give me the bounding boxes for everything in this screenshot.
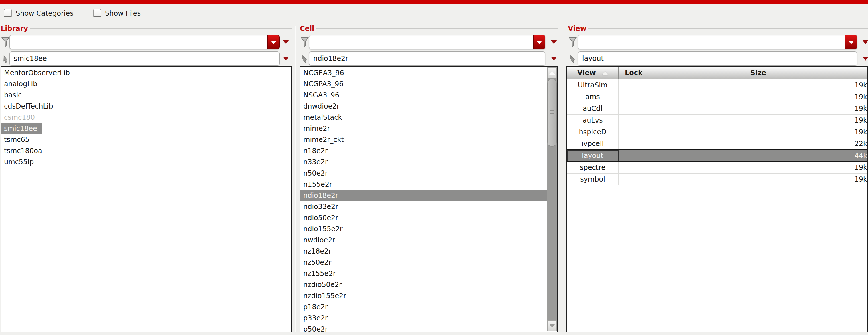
list-item[interactable]: NCGPA3_96 xyxy=(300,78,547,90)
library-name-field xyxy=(9,52,280,66)
size-cell[interactable]: 22k xyxy=(649,138,867,149)
list-item[interactable]: n155e2r xyxy=(300,179,547,190)
library-name-dropdown-icon[interactable] xyxy=(283,57,289,61)
view-filter-dropdown-button[interactable] xyxy=(845,35,857,49)
list-item[interactable]: n18e2r xyxy=(300,145,547,157)
table-row[interactable]: ams19k xyxy=(567,91,867,103)
list-item[interactable]: ndio50e2r xyxy=(300,212,547,224)
list-item[interactable]: MentorObserverLib xyxy=(1,67,291,78)
scroll-up-button[interactable] xyxy=(547,67,557,78)
cell-filter-dropdown-button[interactable] xyxy=(533,35,545,49)
lock-cell[interactable] xyxy=(619,126,649,138)
table-row[interactable]: symbol19k xyxy=(567,173,867,185)
size-column-header[interactable]: Size xyxy=(649,67,867,79)
lock-cell[interactable] xyxy=(619,150,649,161)
list-item[interactable]: p18e2r xyxy=(300,302,547,313)
cell-list-scrollbar[interactable] xyxy=(547,67,557,331)
lock-cell[interactable] xyxy=(619,138,649,149)
size-cell[interactable]: 19k xyxy=(649,114,867,126)
list-item[interactable]: ndio33e2r xyxy=(300,201,547,212)
lock-cell[interactable] xyxy=(619,79,649,91)
list-item[interactable]: ndio155e2r xyxy=(300,224,547,235)
table-row[interactable]: hspiceD19k xyxy=(567,126,867,138)
size-cell[interactable]: 44k xyxy=(649,150,867,161)
library-list-items: MentorObserverLibanalogLibbasiccdsDefTec… xyxy=(1,67,291,168)
scrollbar-thumb[interactable] xyxy=(547,79,557,147)
list-item[interactable]: p50e2r xyxy=(300,324,547,332)
view-filter-history-dropdown-icon[interactable] xyxy=(862,40,868,44)
view-cell[interactable]: spectre xyxy=(567,162,619,173)
size-cell[interactable]: 19k xyxy=(649,126,867,138)
cell-filter-input[interactable] xyxy=(309,35,545,49)
lock-cell[interactable] xyxy=(619,173,649,185)
table-row[interactable]: auCdl19k xyxy=(567,103,867,114)
list-item[interactable]: metalStack xyxy=(300,112,547,123)
view-cell[interactable]: UltraSim xyxy=(567,79,619,91)
list-item[interactable]: cdsDefTechLib xyxy=(1,101,291,112)
list-item[interactable]: nz50e2r xyxy=(300,257,547,268)
list-item[interactable]: smic18ee xyxy=(1,123,291,134)
view-cell[interactable]: hspiceD xyxy=(567,126,619,138)
list-item[interactable]: NCGEA3_96 xyxy=(300,67,547,78)
view-cell[interactable]: layout xyxy=(567,150,619,161)
show-categories-checkbox[interactable] xyxy=(4,9,12,18)
library-filter-dropdown-button[interactable] xyxy=(268,35,280,49)
library-name-input[interactable] xyxy=(10,52,279,65)
cell-name-dropdown-icon[interactable] xyxy=(551,57,557,61)
lock-cell[interactable] xyxy=(619,91,649,103)
library-filter-input[interactable] xyxy=(10,35,279,49)
list-item[interactable]: n50e2r xyxy=(300,168,547,179)
scroll-down-button[interactable] xyxy=(547,321,557,331)
list-item[interactable]: mime2r xyxy=(300,123,547,134)
list-item[interactable]: umc55lp xyxy=(1,157,291,168)
table-row[interactable]: UltraSim19k xyxy=(567,79,867,91)
library-filter-history-dropdown-icon[interactable] xyxy=(283,40,289,44)
size-cell[interactable]: 19k xyxy=(649,79,867,91)
size-cell[interactable]: 19k xyxy=(649,91,867,103)
cell-name-input[interactable] xyxy=(309,52,545,65)
lock-column-header[interactable]: Lock xyxy=(619,67,649,79)
list-item[interactable]: csmc180 xyxy=(1,112,291,123)
lock-cell[interactable] xyxy=(619,103,649,114)
list-item[interactable]: NSGA3_96 xyxy=(300,90,547,101)
view-cell[interactable]: symbol xyxy=(567,173,619,185)
size-cell[interactable]: 19k xyxy=(649,173,867,185)
table-row[interactable]: spectre19k xyxy=(567,162,867,173)
list-item[interactable]: tsmc65 xyxy=(1,134,291,145)
list-item[interactable]: basic xyxy=(1,90,291,101)
table-row[interactable]: ivpcell22k xyxy=(567,138,867,150)
list-item[interactable]: tsmc180oa xyxy=(1,145,291,157)
list-item[interactable]: n33e2r xyxy=(300,157,547,168)
list-item[interactable]: dnwdioe2r xyxy=(300,101,547,112)
view-filter-input[interactable] xyxy=(578,35,857,49)
view-name-dropdown-icon[interactable] xyxy=(862,57,868,61)
show-files-option: Show Files xyxy=(93,9,141,18)
table-row[interactable]: auLvs19k xyxy=(567,114,867,126)
cell-filter-history-dropdown-icon[interactable] xyxy=(551,40,557,44)
view-cell[interactable]: auLvs xyxy=(567,114,619,126)
list-item[interactable]: nz18e2r xyxy=(300,246,547,257)
table-row[interactable]: layout44k xyxy=(567,149,867,162)
list-item[interactable]: p33e2r xyxy=(300,313,547,324)
list-item[interactable]: nz155e2r xyxy=(300,268,547,279)
panel-splitter[interactable] xyxy=(295,26,296,332)
view-panel-title: View xyxy=(568,25,587,33)
size-cell[interactable]: 19k xyxy=(649,162,867,173)
show-files-checkbox[interactable] xyxy=(93,9,101,18)
view-cell[interactable]: ams xyxy=(567,91,619,103)
list-item[interactable]: nzdio50e2r xyxy=(300,279,547,291)
cell-panel: Cell NCGEA3_96NCGPA3_96NSGA3_96dnwdioe2r… xyxy=(300,25,558,32)
list-item[interactable]: mime2r_ckt xyxy=(300,134,547,145)
panel-splitter[interactable] xyxy=(562,26,562,332)
view-name-input[interactable] xyxy=(578,52,857,65)
list-item[interactable]: nzdio155e2r xyxy=(300,291,547,302)
size-cell[interactable]: 19k xyxy=(649,103,867,114)
list-item[interactable]: nwdioe2r xyxy=(300,235,547,246)
list-item[interactable]: ndio18e2r xyxy=(300,190,547,201)
lock-cell[interactable] xyxy=(619,114,649,126)
view-cell[interactable]: ivpcell xyxy=(567,138,619,149)
list-item[interactable]: analogLib xyxy=(1,78,291,90)
view-cell[interactable]: auCdl xyxy=(567,103,619,114)
lock-cell[interactable] xyxy=(619,162,649,173)
view-column-header[interactable]: View xyxy=(567,67,619,79)
